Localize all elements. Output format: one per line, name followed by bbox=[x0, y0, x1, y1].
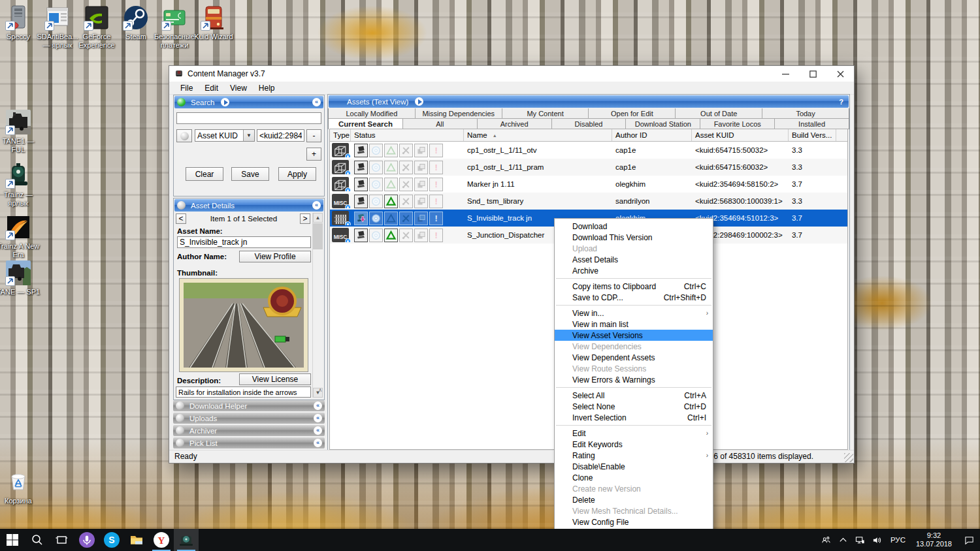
people-icon[interactable] bbox=[818, 529, 835, 551]
filter-type-select[interactable]: Asset KUID ▼ bbox=[195, 129, 255, 142]
action-center-icon[interactable] bbox=[958, 529, 980, 551]
taskbar-search-icon[interactable] bbox=[25, 529, 50, 551]
desktop-icon-kuid-wizard[interactable]: Kuid Wizard bbox=[186, 4, 241, 41]
context-menu-item-download-this-version[interactable]: Download This Version bbox=[555, 232, 713, 243]
context-menu-item-edit[interactable]: Edit› bbox=[555, 428, 713, 439]
clear-button[interactable]: Clear bbox=[186, 167, 223, 181]
context-menu-item-view-in[interactable]: View in...› bbox=[555, 307, 713, 319]
apply-button[interactable]: Apply bbox=[278, 167, 316, 181]
window-titlebar[interactable]: Content Manager v3.7 bbox=[169, 66, 854, 82]
minimize-button[interactable] bbox=[772, 66, 799, 82]
tab-locally-modified[interactable]: Locally Modified bbox=[329, 108, 416, 119]
column-header-author-id[interactable]: Author ID bbox=[612, 129, 692, 141]
context-menu-item-view-route-sessions[interactable]: View Route Sessions bbox=[555, 363, 713, 374]
add-filter-button[interactable]: + bbox=[306, 148, 321, 161]
context-menu-item-create-new-version[interactable]: Create new Version bbox=[555, 483, 713, 494]
menubar-item-edit[interactable]: Edit bbox=[199, 84, 224, 93]
yandex-browser-icon[interactable]: Y bbox=[149, 529, 174, 551]
file-explorer-icon[interactable] bbox=[124, 529, 149, 551]
context-menu-item-select-none[interactable]: Select NoneCtrl+D bbox=[555, 401, 713, 412]
description-box[interactable]: Rails for installation inside the arrows bbox=[176, 386, 311, 398]
asset-details-header[interactable]: Asset Details « bbox=[174, 199, 323, 212]
tab-my-content[interactable]: My Content bbox=[502, 108, 589, 119]
context-menu-item-clone[interactable]: Clone bbox=[555, 472, 713, 483]
tab-out-of-date[interactable]: Out of Date bbox=[676, 108, 762, 119]
panel-expand-icon[interactable]: « bbox=[314, 426, 322, 435]
maximize-button[interactable] bbox=[799, 66, 826, 82]
tab-today[interactable]: Today bbox=[762, 108, 849, 119]
context-menu-item-edit-keywords[interactable]: Edit Keywords bbox=[555, 439, 713, 450]
desktop-icon-tane1[interactable]: TANE1 — FUL bbox=[0, 108, 46, 154]
context-menu-item-archive[interactable]: Archive bbox=[555, 265, 713, 276]
menubar-item-help[interactable]: Help bbox=[253, 84, 281, 93]
context-menu-item-upload[interactable]: Upload bbox=[555, 243, 713, 254]
context-menu-item-copy-items-to-clipboard[interactable]: Copy items to ClipboardCtrl+C bbox=[555, 281, 713, 292]
details-scrollbar[interactable]: ▲ ▼ bbox=[312, 213, 323, 398]
asset-row[interactable]: !cp1_ostr_L_1/11_pramcap1e<kuid:654715:6… bbox=[330, 159, 847, 176]
menubar-item-view[interactable]: View bbox=[224, 84, 253, 93]
tab-installed[interactable]: Installed bbox=[775, 119, 849, 129]
panel-expand-icon[interactable]: « bbox=[314, 414, 322, 422]
prev-item-button[interactable]: < bbox=[176, 213, 186, 224]
tab-current-search[interactable]: Current Search bbox=[329, 119, 403, 129]
tab-disabled[interactable]: Disabled bbox=[552, 119, 627, 129]
filter-value-input[interactable] bbox=[257, 129, 304, 142]
save-button[interactable]: Save bbox=[231, 167, 269, 181]
tab-missing-dependencies[interactable]: Missing Dependencies bbox=[416, 108, 502, 119]
assets-header[interactable]: Assets (Text View) ? bbox=[329, 95, 849, 108]
assets-play-icon[interactable] bbox=[415, 97, 423, 106]
help-icon[interactable]: ? bbox=[839, 98, 846, 106]
context-menu-item-view-asset-versions[interactable]: View Asset Versions bbox=[555, 330, 713, 341]
column-header-status[interactable]: Status bbox=[351, 129, 464, 141]
scroll-up-icon[interactable]: ▲ bbox=[313, 213, 323, 223]
content-manager-taskbar-icon[interactable] bbox=[174, 529, 199, 551]
column-header-type[interactable]: Type bbox=[330, 129, 351, 141]
tab-archived[interactable]: Archived bbox=[478, 119, 552, 129]
desktop-icon-trainz-a-new[interactable]: Trainz A New Era bbox=[0, 213, 46, 259]
search-play-icon[interactable] bbox=[221, 98, 229, 106]
next-item-button[interactable]: > bbox=[300, 213, 310, 224]
start-button[interactable] bbox=[0, 529, 25, 551]
view-profile-button[interactable]: View Profile bbox=[239, 251, 311, 262]
context-menu-item-delete[interactable]: Delete bbox=[555, 494, 713, 505]
column-header-build-vers[interactable]: Build Vers... bbox=[789, 129, 836, 141]
resize-grip[interactable] bbox=[844, 453, 853, 462]
context-menu-item-disable-enable[interactable]: Disable\Enable bbox=[555, 461, 713, 472]
asset-row[interactable]: !Marker jn 1.11olegkhim<kuid2:354694:581… bbox=[330, 176, 847, 193]
network-icon[interactable] bbox=[852, 529, 869, 551]
panel-header-uploads[interactable]: Uploads« bbox=[173, 413, 325, 424]
context-menu-item-save-to-cdp[interactable]: Save to CDP...Ctrl+Shift+D bbox=[555, 292, 713, 303]
panel-header-download-helper[interactable]: Download Helper« bbox=[173, 400, 325, 411]
skype-icon[interactable]: S bbox=[99, 529, 124, 551]
taskbar-clock[interactable]: 9:32 13.07.2018 bbox=[910, 531, 958, 548]
close-button[interactable] bbox=[826, 66, 854, 82]
context-menu-item-download[interactable]: Download bbox=[555, 221, 713, 232]
desktop-icon-tane-sp1[interactable]: TANE — SP1 bbox=[0, 259, 46, 296]
menubar-item-file[interactable]: File bbox=[174, 84, 199, 93]
desktop-icon-trainz[interactable]: Trainz — ярлык bbox=[0, 162, 46, 208]
context-menu-item-rating[interactable]: Rating› bbox=[555, 450, 713, 461]
asset-row[interactable]: MISC!Snd_ tsm_librarysandrilyon<kuid2:56… bbox=[330, 193, 847, 210]
tab-favorite-locos[interactable]: Favorite Locos bbox=[700, 119, 775, 129]
context-menu-item-asset-details[interactable]: Asset Details bbox=[555, 254, 713, 265]
panel-expand-icon[interactable]: « bbox=[314, 439, 322, 447]
scrollbar-thumb[interactable] bbox=[313, 223, 323, 249]
chevron-down-icon[interactable]: ▼ bbox=[243, 130, 254, 141]
context-menu-item-view-in-main-list[interactable]: View in main list bbox=[555, 319, 713, 330]
context-menu-item-view-config-file[interactable]: View Config File bbox=[555, 516, 713, 527]
desktop-icon-корзина[interactable]: Корзина bbox=[0, 468, 46, 505]
context-menu-item-select-all[interactable]: Select AllCtrl+A bbox=[555, 390, 713, 401]
remove-filter-button[interactable]: - bbox=[306, 129, 321, 142]
search-input[interactable] bbox=[176, 112, 321, 124]
cortana-icon[interactable] bbox=[74, 529, 99, 551]
asset-name-input[interactable] bbox=[177, 236, 311, 248]
tab-all[interactable]: All bbox=[403, 119, 478, 129]
search-collapse-icon[interactable]: « bbox=[312, 98, 321, 106]
context-menu-item-view-mesh-technical-details[interactable]: View Mesh Technical Details... bbox=[555, 505, 713, 516]
column-header-name[interactable]: Name▲ bbox=[464, 129, 612, 141]
context-menu-item-view-dependencies[interactable]: View Dependencies bbox=[555, 341, 713, 352]
context-menu-item-invert-selection[interactable]: Invert SelectionCtrl+I bbox=[555, 412, 713, 423]
volume-icon[interactable] bbox=[869, 529, 886, 551]
column-header-asset-kuid[interactable]: Asset KUID bbox=[692, 129, 789, 141]
search-filter-icon-button[interactable] bbox=[176, 129, 192, 142]
